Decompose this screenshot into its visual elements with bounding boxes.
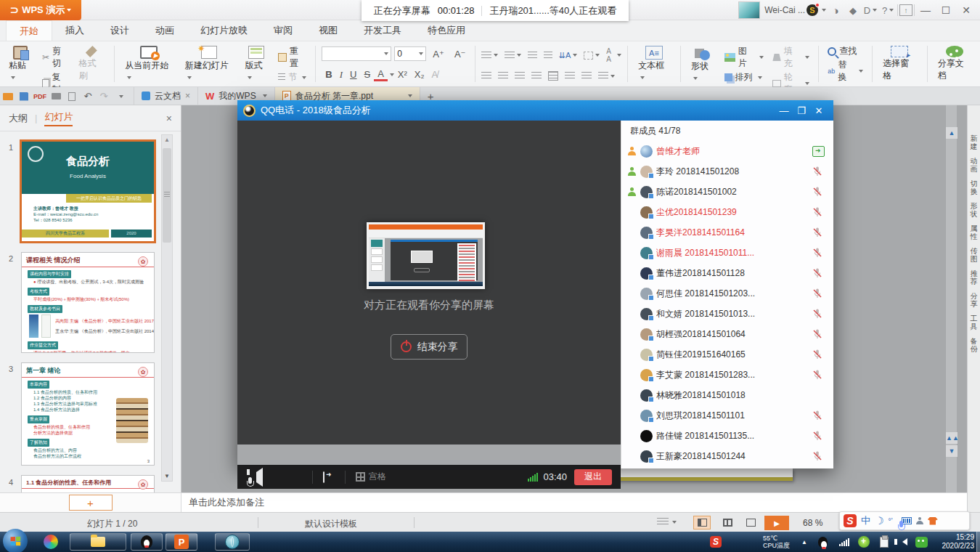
doc-tab-cloud[interactable]: 云文档 × [134, 87, 198, 105]
align-right-button[interactable] [515, 72, 525, 80]
underline-button[interactable]: U [346, 69, 360, 80]
tab-devtools[interactable]: 开发工具 [351, 20, 415, 41]
tray-volume-icon[interactable] [902, 532, 907, 552]
distribute-button[interactable] [548, 71, 558, 81]
decrease-indent-button[interactable] [528, 52, 536, 60]
member-row[interactable]: 谢雨晨 2018141501011... [621, 243, 833, 263]
text-frame-button[interactable] [584, 52, 600, 60]
design-template-label[interactable]: 默认设计模板 [305, 518, 357, 530]
subscript-button[interactable]: X₂ [411, 69, 428, 80]
notes-toggle-button[interactable] [657, 518, 677, 526]
print-preview-icon[interactable] [64, 87, 80, 105]
qq-maximize-button[interactable]: ❐ [793, 104, 810, 117]
tray-expand-icon[interactable]: ▲ [801, 532, 807, 552]
muted-mic-icon[interactable] [812, 288, 823, 299]
tray-clipboard-icon[interactable] [880, 532, 889, 552]
member-row[interactable]: 简钰佳2019151640165 [621, 344, 833, 365]
muted-mic-icon[interactable] [812, 410, 823, 421]
punct-icon[interactable]: °’ [889, 517, 893, 525]
text-direction-button[interactable]: ⇊A [559, 51, 578, 60]
numbering-button[interactable] [505, 52, 521, 60]
grid-view-button[interactable]: 宫格 [356, 471, 386, 483]
tab-slideshow[interactable]: 幻灯片放映 [187, 20, 261, 41]
play-slideshow-button[interactable]: ▶ [764, 516, 789, 530]
sidebar-item-share[interactable]: 分享 [969, 292, 979, 308]
taskbar-wps[interactable]: P [166, 533, 197, 551]
sidebar-item-image[interactable]: 传图 [969, 247, 979, 263]
muted-mic-icon[interactable] [812, 166, 823, 177]
member-row[interactable]: 曾维才老师 [621, 141, 833, 161]
shapes-button[interactable]: 形状 [687, 44, 719, 84]
member-row[interactable]: 李昊洋2018141501164 [621, 222, 833, 243]
screen-share-indicator-icon[interactable] [812, 146, 825, 157]
font-name-combo[interactable] [322, 46, 391, 61]
member-row[interactable]: 董伟进2018141501128 [621, 263, 833, 283]
close-tab-icon[interactable]: × [185, 91, 190, 101]
tab-special[interactable]: 特色应用 [415, 20, 478, 41]
char-scale-button[interactable]: A A [606, 47, 621, 63]
cut-button[interactable]: ✂剪切 [39, 44, 72, 70]
scrollbar-thumb[interactable] [163, 148, 171, 243]
muted-mic-icon[interactable] [812, 349, 823, 360]
upload-icon[interactable]: ↑ [899, 4, 912, 16]
speaker-button[interactable] [256, 472, 263, 482]
slide-thumbnail-3[interactable]: 第一章 绪论✿ 本章内容 1.1 食品分析的性质、任务和作用 1.2 食品分析的… [22, 363, 154, 465]
tray-wechat-icon[interactable] [915, 532, 928, 552]
align-left-button[interactable] [481, 72, 491, 80]
member-s-badge[interactable]: S [807, 4, 818, 16]
member-row[interactable]: 和文婧 2018141501013... [621, 304, 833, 324]
add-slide-button[interactable]: + [69, 495, 113, 511]
muted-mic-icon[interactable] [812, 267, 823, 279]
replace-button[interactable]: ab替换 [825, 58, 866, 84]
superscript-button[interactable]: X² [394, 69, 411, 80]
user-name[interactable]: Wei-Cai ... [764, 5, 805, 15]
taskbar-clock[interactable]: 15:29 2020/2/23 [942, 532, 975, 552]
sidebar-item-tools[interactable]: 工具 [969, 314, 979, 330]
panel-scrollbar[interactable]: ▲ ▼ [161, 134, 173, 482]
scroll-down-icon[interactable]: ▼ [162, 473, 172, 479]
muted-mic-icon[interactable] [812, 450, 823, 462]
tab-caret[interactable] [408, 94, 412, 97]
member-row[interactable]: 陈诺2018141501002 [621, 182, 833, 202]
sidebar-item-shape[interactable]: 形状 [969, 202, 979, 218]
close-button[interactable]: ✕ [957, 3, 976, 17]
layout-button[interactable]: 版式 [241, 44, 273, 84]
qq-close-button[interactable]: ✕ [810, 104, 828, 117]
member-row[interactable]: 何思佳 2018141501203... [621, 283, 833, 304]
format-painter-button[interactable]: 格式刷 [74, 44, 108, 84]
scroll-up-icon[interactable]: ▲ [162, 137, 172, 143]
sidebar-item-transition[interactable]: 切换 [969, 179, 979, 195]
hotspot-icon[interactable]: ◑ [828, 3, 844, 17]
qq-titlebar[interactable]: QQ电话 - 2018级食品分析 — ❐ ✕ [237, 100, 833, 121]
next-slide-icon[interactable]: ▼ [946, 445, 957, 457]
member-diamond-icon[interactable]: ◆ [845, 3, 861, 17]
outline-tab[interactable]: 大纲 [9, 112, 28, 125]
bullets-button[interactable] [481, 52, 498, 60]
font-color-button[interactable]: A [374, 68, 388, 81]
tray-antivirus-icon[interactable] [858, 532, 870, 552]
share-doc-button[interactable]: 分享文档 [934, 44, 976, 84]
normal-view-button[interactable] [693, 516, 711, 529]
tab-insert[interactable]: 插入 [52, 20, 97, 41]
tray-qq-icon[interactable] [818, 532, 828, 552]
share-screen-button[interactable] [323, 472, 324, 482]
tray-sogou-icon[interactable]: S [710, 532, 722, 552]
font-size-combo[interactable]: 0 [394, 46, 426, 61]
clear-format-button[interactable]: A̸ [428, 69, 442, 80]
export-pdf-icon[interactable]: PDF [32, 87, 48, 105]
slides-tab[interactable]: 幻灯片 [44, 110, 73, 126]
open-icon[interactable] [0, 87, 16, 105]
minimize-button[interactable]: — [916, 3, 935, 17]
zoom-level[interactable]: 68 % [803, 518, 822, 528]
keyboard-icon[interactable] [902, 517, 912, 524]
shrink-font-button[interactable]: A⁻ [451, 49, 470, 60]
bold-button[interactable]: B [322, 69, 335, 80]
cn-mode-icon[interactable]: 中 [861, 514, 870, 527]
find-button[interactable]: 查找 [825, 44, 866, 58]
picture-button[interactable]: 图片 [722, 44, 767, 70]
slide-sorter-button[interactable] [719, 516, 736, 529]
redo-icon[interactable]: ↷ [96, 87, 112, 105]
panel-close-icon[interactable]: × [166, 113, 172, 124]
new-slide-button[interactable]: ✷ 新建幻灯片 [181, 44, 238, 84]
muted-mic-icon[interactable] [812, 186, 823, 198]
